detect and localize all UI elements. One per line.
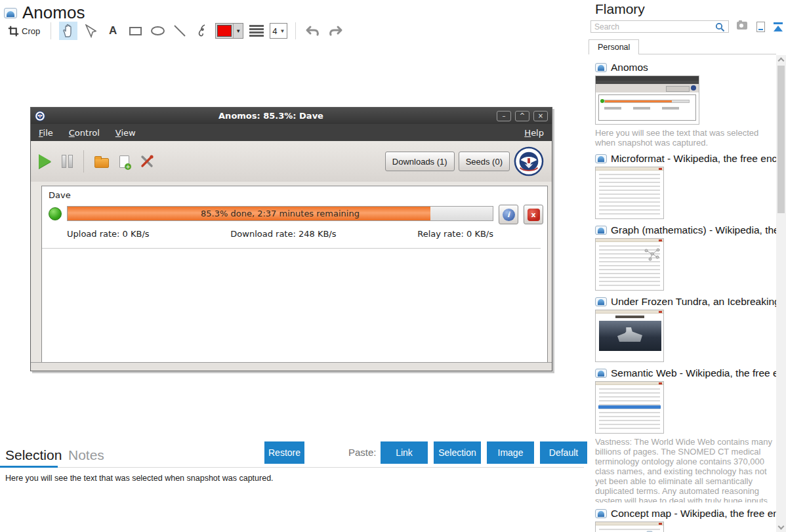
download-rate: Download rate: 248 KB/s — [230, 229, 336, 239]
tab-notes[interactable]: Notes — [68, 447, 104, 463]
seeds-button[interactable]: Seeds (0) — [459, 152, 510, 171]
torrent-group-box: Dave 85.3% done, 2:37 minutes remaining … — [41, 186, 548, 363]
squiggle-icon — [196, 24, 209, 38]
thumbnail-art — [598, 405, 661, 409]
sidebar-title: Flamory — [595, 1, 645, 17]
snapshot-thumbnail[interactable] — [595, 522, 664, 532]
hand-tool-button[interactable] — [59, 22, 77, 40]
freehand-tool-button[interactable] — [193, 22, 211, 40]
snapshot-thumbnail[interactable] — [595, 381, 664, 434]
thumbnail-art — [596, 84, 699, 92]
restore-button[interactable]: Restore — [264, 441, 304, 464]
search-icon[interactable] — [715, 22, 725, 32]
open-folder-icon[interactable] — [94, 158, 109, 168]
minimize-button[interactable]: – — [497, 111, 511, 121]
select-tool-button[interactable] — [81, 22, 100, 40]
selection-text: Here you will see the text that was sele… — [5, 474, 274, 483]
thumbnail-art — [644, 247, 661, 261]
camera-icon[interactable] — [737, 22, 747, 30]
snapshot-title: Concept map - Wikipedia, the free encycl… — [611, 508, 776, 520]
snapshot-thumbnail[interactable] — [595, 310, 664, 362]
tab-selection[interactable]: Selection — [5, 447, 62, 463]
snapshot-title: Under Frozen Tundra, an Icebreaking Ship… — [611, 296, 776, 308]
tab-personal[interactable]: Personal — [589, 39, 639, 54]
snapshot-icon — [595, 63, 607, 72]
snapshot-icon — [595, 509, 607, 518]
thumbnail-art — [596, 382, 663, 385]
text-tool-icon: A — [109, 24, 117, 37]
note-icon[interactable] — [756, 22, 765, 32]
torrent-info-button[interactable]: i — [499, 205, 518, 224]
list-item[interactable]: Graph (mathematics) - Wikipedia, the fre… — [595, 224, 776, 236]
rectangle-tool-button[interactable] — [126, 22, 144, 40]
undo-button[interactable] — [304, 22, 322, 40]
list-item[interactable]: Under Frozen Tundra, an Icebreaking Ship… — [595, 296, 776, 308]
snapshot-thumbnail[interactable] — [595, 75, 699, 125]
dock-panel-icon[interactable] — [773, 22, 783, 32]
line-width-dropdown-arrow: ▼ — [279, 28, 285, 34]
anomos-logo-icon — [35, 111, 45, 121]
scrollbar-thumb[interactable] — [777, 66, 785, 213]
toolbar-separator — [83, 150, 84, 173]
window-title: Anomos: 85.3%: Dave — [49, 111, 493, 121]
menu-file[interactable]: File — [39, 128, 53, 138]
snapshot-title: Semantic Web - Wikipedia, the free encyc… — [611, 367, 776, 379]
paste-default-button[interactable]: Default — [540, 441, 587, 464]
pause-icon[interactable] — [62, 155, 73, 168]
paste-link-button[interactable]: Link — [381, 441, 428, 464]
play-icon[interactable] — [39, 154, 51, 169]
redo-button[interactable] — [326, 22, 344, 40]
scroll-up-icon[interactable] — [778, 58, 785, 64]
app-header: Anomos — [4, 3, 85, 23]
list-item[interactable]: Semantic Web - Wikipedia, the free encyc… — [595, 367, 776, 379]
list-item[interactable]: Concept map - Wikipedia, the free encycl… — [595, 508, 776, 520]
thumbnail-art — [599, 388, 660, 430]
paste-selection-button[interactable]: Selection — [434, 441, 481, 464]
window-titlebar[interactable]: Anomos: 85.3%: Dave – ^ × — [31, 108, 552, 124]
color-picker[interactable]: ▼ — [215, 23, 243, 39]
list-item[interactable]: Anomos — [595, 62, 776, 73]
ellipse-tool-button[interactable] — [148, 22, 167, 40]
thumbnail-art — [596, 76, 699, 81]
thumbnail-art — [617, 327, 642, 342]
crop-button[interactable]: Crop — [5, 26, 43, 37]
captured-anomos-window[interactable]: Anomos: 85.3%: Dave – ^ × File Control V… — [30, 107, 552, 371]
sidebar-scrollbar[interactable] — [776, 55, 786, 532]
downloads-button[interactable]: Downloads (1) — [385, 152, 455, 171]
menu-view[interactable]: View — [115, 128, 136, 138]
flamory-sidebar: Flamory Personal Anomos Here you will se… — [589, 0, 786, 532]
list-item[interactable]: Microformat - Wikipedia, the free encycl… — [595, 153, 776, 165]
menu-control[interactable]: Control — [69, 128, 100, 138]
line-tool-button[interactable] — [171, 22, 189, 40]
thumbnail-art — [596, 310, 663, 314]
editor-toolbar: Crop A ▼ 4 ▼ — [5, 21, 344, 41]
rectangle-icon — [129, 27, 142, 35]
relay-rate: Relay rate: 0 KB/s — [417, 229, 493, 239]
snapshot-thumbnail[interactable] — [595, 167, 664, 219]
thumbnail-art — [596, 239, 663, 242]
snapshot-title: Graph (mathematics) - Wikipedia, the fre… — [611, 224, 776, 236]
search-input[interactable] — [590, 20, 729, 33]
menu-help[interactable]: Help — [524, 128, 544, 138]
close-button[interactable]: × — [533, 111, 548, 121]
settings-tools-icon[interactable] — [140, 154, 154, 169]
line-width-value: 4 — [272, 26, 277, 36]
info-icon: i — [503, 209, 515, 221]
maximize-button[interactable]: ^ — [515, 111, 529, 121]
text-tool-button[interactable]: A — [104, 22, 122, 40]
current-color-swatch — [217, 25, 232, 37]
paste-label: Paste: — [348, 447, 377, 458]
paste-image-button[interactable]: Image — [487, 441, 534, 464]
add-torrent-icon[interactable] — [119, 155, 129, 168]
line-width-select[interactable]: 4 ▼ — [270, 23, 287, 39]
color-dropdown-arrow[interactable]: ▼ — [233, 24, 243, 38]
thumbnail-art — [615, 316, 644, 318]
line-thickness-button[interactable] — [247, 22, 266, 40]
torrent-remove-button[interactable]: x — [524, 205, 543, 224]
crop-label: Crop — [22, 26, 40, 36]
progress-bar: 85.3% done, 2:37 minutes remaining — [67, 206, 493, 221]
scroll-down-icon[interactable] — [778, 523, 785, 530]
cursor-icon — [85, 24, 96, 38]
snapshot-title: Anomos — [611, 62, 648, 73]
snapshot-thumbnail[interactable] — [595, 238, 664, 291]
